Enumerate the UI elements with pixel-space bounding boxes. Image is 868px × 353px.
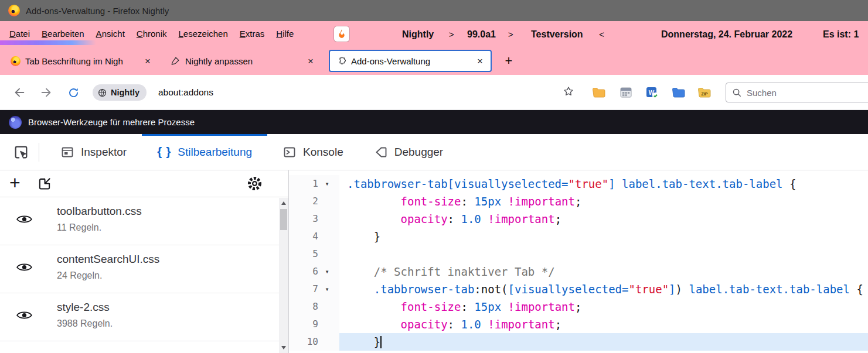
- fold-arrow-icon[interactable]: ▾: [318, 280, 336, 298]
- fold-spacer: [318, 210, 336, 228]
- code-token: :: [448, 318, 461, 331]
- bookmark-star-icon[interactable]: [563, 85, 574, 100]
- status-separator: >: [508, 21, 513, 47]
- nightly-logo-icon: [9, 116, 22, 129]
- code-token: font-size: [401, 195, 461, 208]
- fold-spacer: [318, 298, 336, 316]
- urlbar-identity-chip[interactable]: Nightly: [93, 84, 147, 101]
- menu-lesezeichen[interactable]: Lesezeichen: [173, 21, 234, 47]
- code-token: 1.0: [461, 318, 481, 331]
- stylesheet-item-toolbarbutton[interactable]: toolbarbutton.css 11 Regeln.: [0, 197, 288, 245]
- menu-chronik[interactable]: Chronik: [131, 21, 173, 47]
- code-line[interactable]: /* Schrift inaktiver Tab */: [339, 263, 868, 280]
- browser-tab-active-addons[interactable]: Add-ons-Verwaltung ×: [329, 50, 492, 72]
- import-stylesheet-button[interactable]: [37, 176, 52, 191]
- editor-line-5: 5: [289, 245, 868, 263]
- new-tab-button[interactable]: +: [501, 53, 517, 69]
- titlebar[interactable]: Add-ons-Verwaltung - Firefox Nightly: [0, 0, 868, 21]
- code-line[interactable]: [339, 245, 868, 263]
- stylesheet-item-style2[interactable]: style-2.css 3988 Regeln.: [0, 293, 288, 341]
- code-token: [347, 318, 401, 331]
- urlbar-chip-label: Nightly: [111, 88, 139, 97]
- gear-icon[interactable]: [247, 176, 263, 191]
- tab-close-button[interactable]: ×: [474, 56, 486, 66]
- flame-note-icon[interactable]: [334, 26, 349, 42]
- fold-arrow-icon[interactable]: ▾: [318, 263, 336, 280]
- back-button[interactable]: [12, 85, 27, 100]
- scroll-up-arrow[interactable]: [279, 198, 288, 208]
- tab-title: Add-ons-Verwaltung: [351, 56, 469, 66]
- blue-folder-icon[interactable]: [670, 85, 687, 100]
- code-line[interactable]: }: [339, 333, 868, 351]
- toolbar-search-box[interactable]: [726, 83, 868, 102]
- code-token: .tabbrowser-tab: [374, 283, 475, 296]
- code-token: [347, 283, 374, 296]
- visibility-eye-icon[interactable]: [16, 262, 32, 273]
- source-editor[interactable]: 1▾.tabbrowser-tab[visuallyselected="true…: [289, 170, 868, 353]
- yellow-folder-icon[interactable]: [591, 85, 607, 100]
- new-stylesheet-button[interactable]: +: [9, 174, 21, 191]
- code-token: !important: [488, 213, 554, 225]
- code-line[interactable]: font-size: 15px !important;: [339, 193, 868, 210]
- devtools-tab-stilbearbeitung[interactable]: Stilbearbeitung: [142, 134, 267, 170]
- code-token: :: [461, 195, 474, 208]
- code-line[interactable]: .tabbrowser-tab[visuallyselected="true"]…: [339, 175, 868, 193]
- code-token: 15px: [474, 300, 501, 313]
- devtools-tab-inspektor[interactable]: Inspektor: [45, 134, 142, 170]
- line-gutter: 10: [289, 333, 339, 351]
- editor-lines: 1▾.tabbrowser-tab[visuallyselected="true…: [289, 175, 868, 351]
- code-line[interactable]: font-size: 15px !important;: [339, 298, 868, 316]
- code-token: [501, 195, 508, 208]
- code-token: ;: [575, 300, 581, 313]
- tab-close-button[interactable]: ×: [305, 56, 316, 66]
- devtools-tab-label: Konsole: [303, 146, 343, 159]
- code-token: label.tab-text.tab-label: [689, 283, 856, 296]
- tab-title: Tab Beschriftung im Nigh: [25, 56, 137, 66]
- menu-hilfe[interactable]: Hilfe: [270, 21, 299, 47]
- code-token: font-size: [401, 300, 461, 313]
- visibility-eye-icon[interactable]: [16, 310, 32, 321]
- code-token: {: [789, 177, 796, 190]
- browser-tab-2[interactable]: Nightly anpassen ×: [164, 50, 321, 72]
- code-token: ] label.tab-text.tab-label: [608, 177, 789, 190]
- firefox-icon: [11, 56, 21, 66]
- reload-button[interactable]: [66, 85, 81, 100]
- urlbar-input[interactable]: about:addons: [158, 75, 213, 110]
- code-line[interactable]: opacity: 1.0 !important;: [339, 316, 868, 333]
- devtools-tab-label: Inspektor: [81, 146, 127, 159]
- devtools-tab-konsole[interactable]: Konsole: [267, 134, 359, 170]
- menu-ansicht[interactable]: Ansicht: [90, 21, 131, 47]
- stylesheet-name: contentSearchUI.css: [57, 253, 271, 266]
- visibility-eye-icon[interactable]: [16, 214, 32, 225]
- scrollbar-thumb[interactable]: [280, 209, 287, 230]
- pick-element-button[interactable]: [9, 140, 33, 164]
- search-input[interactable]: [747, 88, 868, 98]
- line-number: 3: [289, 210, 318, 228]
- editor-line-3: 3 opacity: 1.0 !important;: [289, 210, 868, 228]
- globe-icon: [98, 88, 107, 97]
- stylesheet-item-contentsearchui[interactable]: contentSearchUI.css 24 Regeln.: [0, 245, 288, 293]
- calendar-grid-icon[interactable]: [618, 85, 634, 100]
- sidebar-scrollbar[interactable]: [279, 198, 288, 353]
- code-line[interactable]: opacity: 1.0 !important;: [339, 210, 868, 228]
- style-editor-panel: + toolbarbutton.css 11 Regeln.: [0, 170, 868, 353]
- fold-spacer: [318, 193, 336, 210]
- tab-title: Nightly anpassen: [185, 56, 300, 66]
- zip-folder-icon[interactable]: ZIP: [696, 85, 713, 100]
- fold-arrow-icon[interactable]: ▾: [318, 175, 336, 193]
- scroll-down-arrow[interactable]: [279, 343, 288, 352]
- debugger-icon: [374, 145, 388, 159]
- forward-button[interactable]: [39, 85, 54, 100]
- code-token: "true": [628, 283, 669, 296]
- tab-close-button[interactable]: ×: [142, 56, 154, 66]
- code-line[interactable]: .tabbrowser-tab:not([visuallyselected="t…: [339, 280, 868, 298]
- line-number: 2: [289, 193, 318, 210]
- code-token: :: [461, 300, 474, 313]
- code-token: [481, 213, 488, 225]
- validator-check-icon[interactable]: W: [644, 85, 661, 100]
- devtools-tab-debugger[interactable]: Debugger: [359, 134, 458, 170]
- code-line[interactable]: }: [339, 228, 868, 245]
- menu-extras[interactable]: Extras: [234, 21, 271, 47]
- browser-tab-1[interactable]: Tab Beschriftung im Nigh ×: [5, 50, 158, 72]
- code-token: "true": [569, 177, 609, 190]
